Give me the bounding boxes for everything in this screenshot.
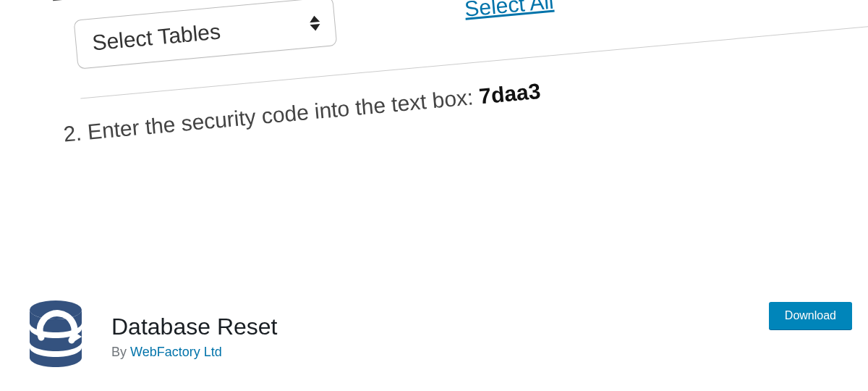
byline-prefix: By <box>111 345 130 359</box>
banner-screenshot: Database Reset 1. Select the database ta… <box>0 0 868 282</box>
plugin-byline: By WebFactory Ltd <box>111 345 769 360</box>
download-button[interactable]: Download <box>769 302 852 329</box>
tables-select-placeholder: Select Tables <box>91 20 221 55</box>
select-all-link[interactable]: Select All <box>464 0 555 22</box>
select-row: Select Tables Select All <box>74 0 868 70</box>
security-code: 7daa3 <box>478 79 542 109</box>
plugin-meta: Database Reset By WebFactory Ltd <box>111 314 769 360</box>
plugin-title: Database Reset <box>111 314 769 340</box>
tables-select[interactable]: Select Tables <box>74 0 338 70</box>
select-caret-icon <box>307 13 322 33</box>
plugin-header: Database Reset By WebFactory Ltd Downloa… <box>0 282 868 391</box>
author-link[interactable]: WebFactory Ltd <box>130 345 222 359</box>
database-reset-icon <box>20 297 92 369</box>
banner-content: Database Reset 1. Select the database ta… <box>43 0 868 163</box>
plugin-icon <box>16 293 95 373</box>
